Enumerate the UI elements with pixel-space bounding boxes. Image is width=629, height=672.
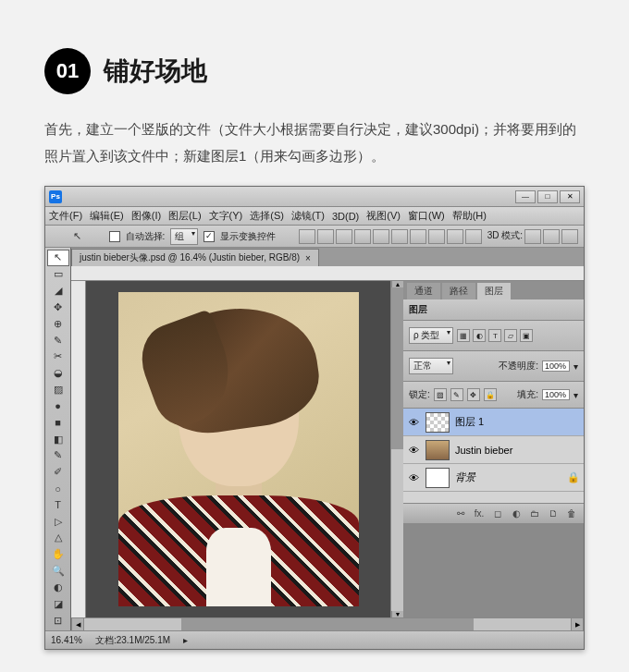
dropdown-icon[interactable]: ▾ <box>574 361 578 372</box>
new-layer-icon[interactable]: 🗋 <box>547 507 560 520</box>
distribute-icon[interactable] <box>447 229 463 244</box>
quickmask-toggle[interactable]: ◪ <box>47 595 69 612</box>
layer-mask-icon[interactable]: ◻ <box>491 507 504 520</box>
maximize-button[interactable]: □ <box>537 190 558 203</box>
screenmode-toggle[interactable]: ⊡ <box>47 612 69 629</box>
delete-layer-icon[interactable]: 🗑 <box>565 507 578 520</box>
heal-tool[interactable]: ✂ <box>47 348 69 365</box>
status-arrow-icon[interactable]: ▸ <box>183 635 188 645</box>
marquee-tool[interactable]: ▭ <box>47 266 69 283</box>
menu-layer[interactable]: 图层(L) <box>168 209 201 223</box>
brush-tool[interactable]: ◒ <box>47 365 69 382</box>
auto-select-label: 自动选择: <box>126 230 166 243</box>
tab-paths[interactable]: 路径 <box>442 283 475 299</box>
color-swatch-fg[interactable]: ◐ <box>47 580 69 596</box>
visibility-icon[interactable]: 👁 <box>407 472 420 483</box>
stamp-tool[interactable]: ▨ <box>47 382 69 398</box>
canvas-viewport[interactable] <box>86 281 390 617</box>
filter-type-icon[interactable]: T <box>488 329 501 342</box>
menu-type[interactable]: 文字(Y) <box>209 209 243 223</box>
document-canvas <box>118 292 359 606</box>
menu-edit[interactable]: 编辑(E) <box>90 209 124 223</box>
move-tool[interactable]: ↖ <box>47 250 69 266</box>
filter-shape-icon[interactable]: ▱ <box>504 329 517 342</box>
eraser-tool[interactable]: ■ <box>47 414 69 431</box>
show-transform-checkbox[interactable] <box>204 231 215 242</box>
layer-row[interactable]: 👁 图层 1 <box>403 409 584 436</box>
minimize-button[interactable]: — <box>515 190 536 203</box>
dropdown-icon[interactable]: ▾ <box>574 390 578 400</box>
window-titlebar: Ps — □ ✕ <box>45 187 584 207</box>
mode3d-icon[interactable] <box>524 229 541 244</box>
menu-filter[interactable]: 滤镜(T) <box>291 209 325 223</box>
visibility-icon[interactable]: 👁 <box>407 417 420 428</box>
document-tabs: justin bieber头像.psd @ 16.4% (Justin bieb… <box>71 248 584 266</box>
eyedropper-tool[interactable]: ✎ <box>47 332 69 348</box>
distribute-icon[interactable] <box>428 229 445 244</box>
shape-tool[interactable]: △ <box>47 530 69 546</box>
layer-thumbnail <box>426 440 450 460</box>
align-icon[interactable] <box>391 229 408 244</box>
close-tab-icon[interactable]: × <box>305 253 311 263</box>
menu-image[interactable]: 图像(I) <box>131 209 161 223</box>
align-icon[interactable] <box>354 229 371 244</box>
lasso-tool[interactable]: ◢ <box>47 283 69 299</box>
filter-adjust-icon[interactable]: ◐ <box>473 329 486 342</box>
align-icon[interactable] <box>299 229 315 244</box>
document-tab[interactable]: justin bieber头像.psd @ 16.4% (Justin bieb… <box>71 249 319 266</box>
blur-tool[interactable]: ✎ <box>47 447 69 464</box>
menu-view[interactable]: 视图(V) <box>366 209 401 223</box>
wand-tool[interactable]: ✥ <box>47 299 69 315</box>
close-button[interactable]: ✕ <box>560 190 580 203</box>
auto-select-target-dropdown[interactable]: 组 <box>170 228 198 245</box>
scrollbar-horizontal[interactable]: ◀ ▶ <box>71 617 584 630</box>
align-icon[interactable] <box>336 229 352 244</box>
layer-name[interactable]: 背景 <box>455 470 561 484</box>
status-bar: 16.41% 文档:23.1M/25.1M ▸ <box>45 630 584 649</box>
menu-3d[interactable]: 3D(D) <box>332 211 359 222</box>
lock-pixels-icon[interactable]: ✎ <box>450 388 463 401</box>
menu-select[interactable]: 选择(S) <box>250 209 284 223</box>
lock-transparency-icon[interactable]: ▨ <box>434 388 447 401</box>
layer-filter-kind[interactable]: ρ 类型 <box>409 327 453 344</box>
zoom-level[interactable]: 16.41% <box>51 635 82 645</box>
layer-name[interactable]: Justin bieber <box>455 445 580 456</box>
filter-smart-icon[interactable]: ▣ <box>520 329 533 342</box>
auto-select-checkbox[interactable] <box>109 231 120 242</box>
adjustment-layer-icon[interactable]: ◐ <box>510 507 523 520</box>
filter-pixel-icon[interactable]: ▦ <box>457 329 470 342</box>
hand-tool[interactable]: ✋ <box>47 546 69 563</box>
group-icon[interactable]: 🗀 <box>528 507 541 520</box>
zoom-tool[interactable]: 🔍 <box>47 563 69 580</box>
distribute-icon[interactable] <box>410 229 426 244</box>
scrollbar-vertical[interactable]: ▲ ▼ <box>390 281 403 617</box>
layer-name[interactable]: 图层 1 <box>455 415 580 429</box>
distribute-icon[interactable] <box>465 229 482 244</box>
type-tool[interactable]: T <box>47 496 69 513</box>
menu-file[interactable]: 文件(F) <box>49 209 82 223</box>
gradient-tool[interactable]: ◧ <box>47 431 69 447</box>
align-icon[interactable] <box>317 229 334 244</box>
path-select-tool[interactable]: ▷ <box>47 513 69 530</box>
dodge-tool[interactable]: ✐ <box>47 464 69 481</box>
crop-tool[interactable]: ⊕ <box>47 315 69 332</box>
mode3d-icon[interactable] <box>543 229 560 244</box>
blend-mode-dropdown[interactable]: 正常 <box>409 358 453 374</box>
layer-row[interactable]: 👁 Justin bieber <box>403 436 584 464</box>
link-layers-icon[interactable]: ⚯ <box>454 507 467 520</box>
history-brush-tool[interactable]: ● <box>47 397 69 414</box>
lock-position-icon[interactable]: ✥ <box>467 388 480 401</box>
layer-row[interactable]: 👁 背景 🔒 <box>403 464 584 492</box>
pen-tool[interactable]: ○ <box>47 481 69 497</box>
mode3d-icon[interactable] <box>561 229 578 244</box>
opacity-field[interactable]: 100% <box>542 360 570 372</box>
tab-channels[interactable]: 通道 <box>407 283 440 299</box>
menu-window[interactable]: 窗口(W) <box>408 209 445 223</box>
lock-all-icon[interactable]: 🔒 <box>484 388 497 401</box>
visibility-icon[interactable]: 👁 <box>407 445 420 456</box>
align-icon[interactable] <box>373 229 389 244</box>
tab-layers[interactable]: 图层 <box>477 283 511 299</box>
layer-fx-icon[interactable]: fx. <box>473 507 486 520</box>
menu-help[interactable]: 帮助(H) <box>452 209 487 223</box>
fill-field[interactable]: 100% <box>542 389 570 400</box>
